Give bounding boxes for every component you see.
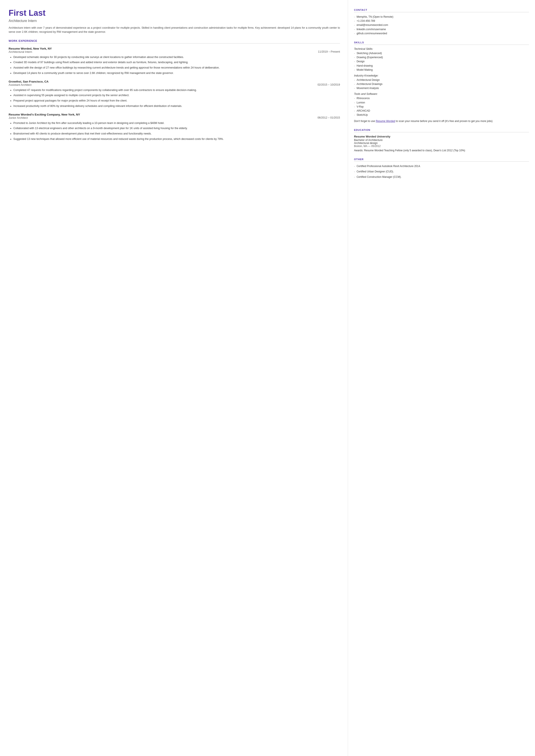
bullet-item: Assisted with the design of 27 new offic… bbox=[14, 66, 340, 70]
job-bullets: Developed schematic designs for 30 proje… bbox=[9, 55, 340, 75]
bullet-item: Prepared project approval packages for m… bbox=[14, 99, 340, 103]
main-column: First Last Architecture Intern Architect… bbox=[0, 0, 348, 756]
bullet-item: Collaborated with 13 electrical engineer… bbox=[14, 126, 340, 130]
job-dates: 06/2012 – 01/2015 bbox=[318, 116, 340, 119]
skill-item: Design bbox=[354, 60, 529, 64]
job-bullets: Completed 47 requests for modifications … bbox=[9, 88, 340, 108]
education-entry: Resume Worded UniversityBachelor of Arch… bbox=[354, 135, 529, 153]
bullet-item: Brainstormed with 40 clients to produce … bbox=[14, 132, 340, 136]
skills-list: Sketching (Advanced)Drawing (Experienced… bbox=[354, 51, 529, 72]
other-item: Certified Urban Designer (CUD). bbox=[354, 170, 529, 174]
bullet-item: Developed schematic designs for 30 proje… bbox=[14, 55, 340, 59]
skills-list: Architectural DesignArchitectural Drawin… bbox=[354, 78, 529, 91]
skill-item: Drawing (Experienced) bbox=[354, 55, 529, 60]
school-awards: Awards: Resume Worded Teaching Fellow (o… bbox=[354, 149, 529, 153]
candidate-summary: Architecture intern with over 7 years of… bbox=[9, 26, 340, 34]
skill-item: Architectural Drawings bbox=[354, 82, 529, 86]
contact-list: Memphis, TN (Open to Remote)+1-234-456-7… bbox=[354, 15, 529, 36]
contact-item: email@resumeworded.com bbox=[354, 23, 529, 27]
job-dates: 02/2015 – 10/2019 bbox=[318, 83, 340, 86]
job-entry: Resume Worded's Exciting Company, New Yo… bbox=[9, 113, 340, 141]
bullet-item: Created 3D models of 97 buildings using … bbox=[14, 60, 340, 65]
contact-item: +1-234-456-789 bbox=[354, 19, 529, 23]
school-name: Resume Worded University bbox=[354, 135, 529, 138]
other-container: Certified Professional Autodesk Revit Ar… bbox=[354, 164, 529, 179]
school-field: Architectural design bbox=[354, 142, 529, 145]
contact-item: linkedin.com/in/username bbox=[354, 27, 529, 32]
work-experience-header: WORK EXPERIENCE bbox=[9, 40, 340, 43]
side-column: CONTACT Memphis, TN (Open to Remote)+1-2… bbox=[348, 0, 535, 756]
contact-section: CONTACT Memphis, TN (Open to Remote)+1-2… bbox=[354, 9, 529, 36]
skill-item: Movement Analysis bbox=[354, 86, 529, 90]
skill-item: ARCHICAD bbox=[354, 109, 529, 113]
company-name: Resume Worded, New York, NY bbox=[9, 47, 52, 50]
job-entry: Growthsi, San Francisco, CAAssistant Arc… bbox=[9, 80, 340, 108]
other-section: OTHER Certified Professional Autodesk Re… bbox=[354, 158, 529, 179]
skill-item: Architectural Design bbox=[354, 78, 529, 82]
bullet-item: Promoted to Junior Architect by the firm… bbox=[14, 121, 340, 125]
skills-list: RhinocerosLumionV-RayARCHICADSketchUp bbox=[354, 96, 529, 117]
other-item: Certified Professional Autodesk Revit Ar… bbox=[354, 164, 529, 168]
education-header: EDUCATION bbox=[354, 129, 529, 132]
contact-header: CONTACT bbox=[354, 9, 529, 12]
skills-container: Technical Skills:Sketching (Advanced)Dra… bbox=[354, 47, 529, 117]
bullet-item: Completed 47 requests for modifications … bbox=[14, 88, 340, 92]
job-entry: Resume Worded, New York, NYArchitectural… bbox=[9, 47, 340, 75]
skills-category-label: Industry Knowledge: bbox=[354, 74, 529, 77]
skills-category-label: Tools and Software: bbox=[354, 93, 529, 96]
other-header: OTHER bbox=[354, 158, 529, 162]
resume-worded-link[interactable]: Resume Worded bbox=[376, 120, 395, 123]
skill-item: V-Ray bbox=[354, 105, 529, 109]
other-item: Certified Construction Manager (CCM). bbox=[354, 175, 529, 179]
skill-item: SketchUp bbox=[354, 113, 529, 117]
jobs-list: Resume Worded, New York, NYArchitectural… bbox=[9, 47, 340, 141]
company-name: Resume Worded's Exciting Company, New Yo… bbox=[9, 113, 80, 116]
job-title: Junior Architect bbox=[9, 116, 28, 119]
contact-item: Memphis, TN (Open to Remote) bbox=[354, 15, 529, 19]
bullet-item: Developed 14 plans for a community youth… bbox=[14, 71, 340, 75]
skills-promo: Don't forget to use Resume Worded to sca… bbox=[354, 119, 529, 123]
company-name: Growthsi, San Francisco, CA bbox=[9, 80, 48, 83]
bullet-item: Increased productivity north of 80% by s… bbox=[14, 104, 340, 108]
bullet-item: Assisted in supervising 55 people assign… bbox=[14, 93, 340, 98]
skill-item: Hand-drawing bbox=[354, 64, 529, 68]
education-container: Resume Worded UniversityBachelor of Arch… bbox=[354, 135, 529, 153]
school-degree: Bachelor of Architecture bbox=[354, 139, 529, 142]
job-title: Assistant Architect bbox=[9, 83, 31, 86]
contact-item: github.com/resumeworded bbox=[354, 32, 529, 36]
skills-header: SKILLS bbox=[354, 41, 529, 45]
candidate-title: Architecture Intern bbox=[9, 19, 340, 23]
skills-section: SKILLS Technical Skills:Sketching (Advan… bbox=[354, 41, 529, 123]
job-dates: 11/2019 – Present bbox=[318, 50, 340, 53]
skills-category-label: Technical Skills: bbox=[354, 47, 529, 50]
bullet-item: Suggested 13 new techniques that allowed… bbox=[14, 137, 340, 141]
job-bullets: Promoted to Junior Architect by the firm… bbox=[9, 121, 340, 141]
education-section: EDUCATION Resume Worded UniversityBachel… bbox=[354, 129, 529, 153]
school-location-date: Boston, MA — 05/2012 bbox=[354, 145, 529, 148]
skill-item: Sketching (Advanced) bbox=[354, 51, 529, 55]
skill-item: Rhinoceros bbox=[354, 96, 529, 100]
skill-item: Lumion bbox=[354, 101, 529, 105]
skill-item: Model Making bbox=[354, 68, 529, 72]
candidate-name: First Last bbox=[9, 9, 340, 18]
job-title: Architectural Intern bbox=[9, 50, 32, 53]
